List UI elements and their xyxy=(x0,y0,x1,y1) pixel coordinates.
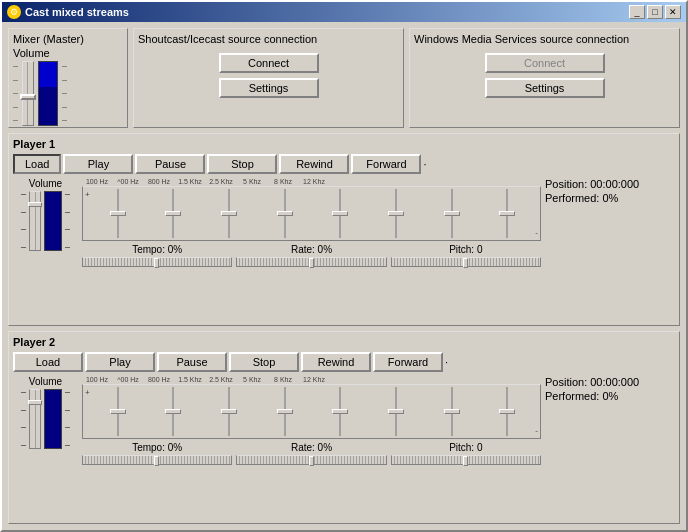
player1-title: Player 1 xyxy=(13,138,675,150)
player2-rate-label: Rate: 0% xyxy=(236,442,386,453)
player1-rate-slider[interactable] xyxy=(236,257,386,267)
player1-play-button[interactable]: Play xyxy=(63,154,133,174)
player1-pitch-slider[interactable] xyxy=(391,257,541,267)
player2-sliders: Tempo: 0% Rate: 0% Pitch: xyxy=(82,442,541,465)
player2-pitch-label: Pitch: 0 xyxy=(391,442,541,453)
player2-pause-button[interactable]: Pause xyxy=(157,352,227,372)
player1-eq: 100 Hz ^00 Hz 800 Hz 1.5 Khz 2.5 Khz 5 K… xyxy=(82,178,541,267)
player1-eq-band-6[interactable] xyxy=(369,189,423,238)
player1-fader-handle[interactable] xyxy=(28,202,42,207)
player2-volume: Volume ─ ─ ─ ─ xyxy=(13,376,78,465)
title-buttons: _ □ ✕ xyxy=(629,5,681,19)
player2-right: Position: 00:00:000 Performed: 0% xyxy=(545,376,675,465)
player2-body: Volume ─ ─ ─ ─ xyxy=(13,376,675,465)
player2-eq-band-3[interactable] xyxy=(202,387,256,436)
player2-eq-band-8[interactable] xyxy=(481,387,535,436)
shoutcast-label: Shoutcast/Icecast source connection xyxy=(138,33,399,45)
wms-label: Windows Media Services source connection xyxy=(414,33,675,45)
mixer-volume-label: Volume xyxy=(13,47,123,59)
top-section: Mixer (Master) Volume ─ ─ ─ ─ ─ xyxy=(8,28,680,128)
player1-fader[interactable] xyxy=(29,191,41,251)
player1-volume-label: Volume xyxy=(29,178,62,189)
player1-sliders: Tempo: 0% Rate: 0% Pitch: xyxy=(82,244,541,267)
app-icon: ⚙ xyxy=(7,5,21,19)
player1-right: Position: 00:00:000 Performed: 0% xyxy=(545,178,675,267)
shoutcast-settings-button[interactable]: Settings xyxy=(219,78,319,98)
wms-settings-button[interactable]: Settings xyxy=(485,78,605,98)
player2-pitch-slider[interactable] xyxy=(391,455,541,465)
wms-panel: Windows Media Services source connection… xyxy=(409,28,680,128)
player2-position: Position: 00:00:000 xyxy=(545,376,675,388)
player1-eq-labels: 100 Hz ^00 Hz 800 Hz 1.5 Khz 2.5 Khz 5 K… xyxy=(82,178,541,185)
mixer-fader[interactable] xyxy=(22,61,34,126)
mixer-panel: Mixer (Master) Volume ─ ─ ─ ─ ─ xyxy=(8,28,128,128)
player2-eq-labels: 100 Hz ^00 Hz 800 Hz 1.5 Khz 2.5 Khz 5 K… xyxy=(82,376,541,383)
player2-tempo-label: Tempo: 0% xyxy=(82,442,232,453)
player1-pitch-label: Pitch: 0 xyxy=(391,244,541,255)
player2-eq-band-6[interactable] xyxy=(369,387,423,436)
player2-fader[interactable] xyxy=(29,389,41,449)
player1-eq-band-8[interactable] xyxy=(481,189,535,238)
player1-eq-band-2[interactable] xyxy=(146,189,200,238)
player2-volume-bar xyxy=(44,389,62,449)
maximize-button[interactable]: □ xyxy=(647,5,663,19)
player1-eq-band-5[interactable] xyxy=(313,189,367,238)
player2-eq-bands: + xyxy=(82,384,541,439)
player2-eq-band-2[interactable] xyxy=(146,387,200,436)
mixer-label: Mixer (Master) xyxy=(13,33,123,45)
player2-rewind-button[interactable]: Rewind xyxy=(301,352,371,372)
window-title: Cast mixed streams xyxy=(25,6,129,18)
player1-eq-bands: + xyxy=(82,186,541,241)
player1-forward-button[interactable]: Forward xyxy=(351,154,421,174)
player2-section: Player 2 Load Play Pause Stop Rewind For… xyxy=(8,331,680,524)
player2-performed: Performed: 0% xyxy=(545,390,675,402)
mixer-ticks-right: ─ ─ ─ ─ ─ xyxy=(62,61,67,126)
player2-controls: Load Play Pause Stop Rewind Forward · xyxy=(13,352,675,372)
player1-load-button[interactable]: Load xyxy=(13,154,61,174)
player2-load-button[interactable]: Load xyxy=(13,352,83,372)
player1-eq-band-3[interactable] xyxy=(202,189,256,238)
fader-handle[interactable] xyxy=(20,94,36,100)
player2-dot: · xyxy=(445,356,448,368)
player1-controls: Load Play Pause Stop Rewind Forward · xyxy=(13,154,675,174)
player1-rate-label: Rate: 0% xyxy=(236,244,386,255)
minimize-button[interactable]: _ xyxy=(629,5,645,19)
wms-connect-button[interactable]: Connect xyxy=(485,53,605,73)
main-window: ⚙ Cast mixed streams _ □ ✕ Mixer (Master… xyxy=(0,0,688,532)
player1-section: Player 1 Load Play Pause Stop Rewind For… xyxy=(8,133,680,326)
player2-volume-label: Volume xyxy=(29,376,62,387)
mixer-ticks-left: ─ ─ ─ ─ ─ xyxy=(13,61,18,126)
mixer-volume-bar xyxy=(38,61,58,126)
player2-rate-slider[interactable] xyxy=(236,455,386,465)
player2-eq: 100 Hz ^00 Hz 800 Hz 1.5 Khz 2.5 Khz 5 K… xyxy=(82,376,541,465)
player1-position: Position: 00:00:000 xyxy=(545,178,675,190)
player1-volume-bar xyxy=(44,191,62,251)
player2-eq-band-5[interactable] xyxy=(313,387,367,436)
title-bar-left: ⚙ Cast mixed streams xyxy=(7,5,129,19)
player2-eq-band-7[interactable] xyxy=(425,387,479,436)
shoutcast-connect-button[interactable]: Connect xyxy=(219,53,319,73)
window-content: Mixer (Master) Volume ─ ─ ─ ─ ─ xyxy=(2,22,686,530)
close-button[interactable]: ✕ xyxy=(665,5,681,19)
player2-eq-band-1[interactable] xyxy=(91,387,145,436)
player2-eq-band-4[interactable] xyxy=(258,387,312,436)
player2-fader-handle[interactable] xyxy=(28,400,42,405)
player2-title: Player 2 xyxy=(13,336,675,348)
player2-forward-button[interactable]: Forward xyxy=(373,352,443,372)
player2-play-button[interactable]: Play xyxy=(85,352,155,372)
player2-stop-button[interactable]: Stop xyxy=(229,352,299,372)
player1-tempo-slider[interactable] xyxy=(82,257,232,267)
player1-dot: · xyxy=(423,158,426,170)
player1-performed: Performed: 0% xyxy=(545,192,675,204)
player1-body: Volume ─ ─ ─ ─ xyxy=(13,178,675,267)
player1-tempo-label: Tempo: 0% xyxy=(82,244,232,255)
player1-eq-band-7[interactable] xyxy=(425,189,479,238)
player1-eq-band-4[interactable] xyxy=(258,189,312,238)
player1-rewind-button[interactable]: Rewind xyxy=(279,154,349,174)
player1-pause-button[interactable]: Pause xyxy=(135,154,205,174)
player1-eq-band-1[interactable] xyxy=(91,189,145,238)
player2-tempo-slider[interactable] xyxy=(82,455,232,465)
player1-volume: Volume ─ ─ ─ ─ xyxy=(13,178,78,267)
player1-stop-button[interactable]: Stop xyxy=(207,154,277,174)
shoutcast-panel: Shoutcast/Icecast source connection Conn… xyxy=(133,28,404,128)
